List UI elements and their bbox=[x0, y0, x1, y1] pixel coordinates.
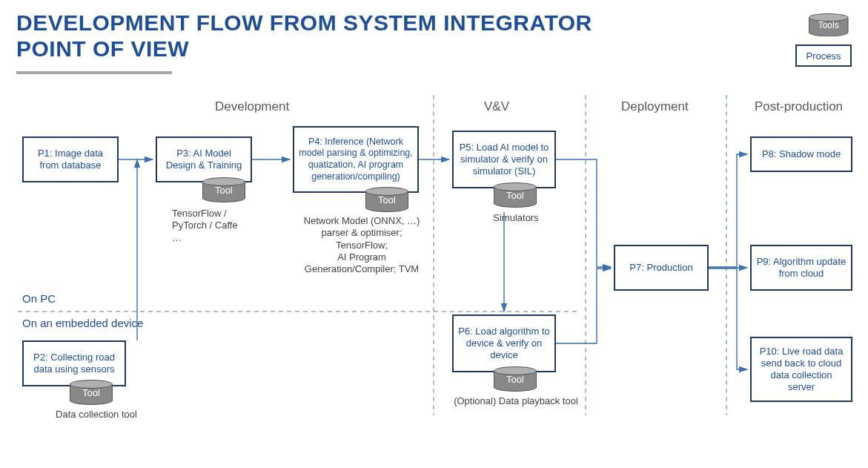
phase-development: Development bbox=[215, 99, 289, 114]
caption-p5: Simulators bbox=[479, 212, 553, 224]
cylinder-icon-p3: Tool bbox=[202, 177, 245, 202]
caption-p4: Network Model (ONNX, …) parser & optimis… bbox=[299, 215, 424, 275]
process-p1: P1: Image data from database bbox=[22, 136, 119, 182]
cylinder-icon-p4: Tool bbox=[365, 187, 408, 212]
cylinder-icon-p6: Tool bbox=[494, 366, 537, 392]
title-line2: POINT OF VIEW bbox=[16, 36, 189, 61]
diagram-overlay bbox=[0, 0, 868, 468]
process-p3: P3: AI Model Design & Training bbox=[156, 136, 252, 182]
process-p7: P7: Production bbox=[614, 245, 709, 291]
title-line1: DEVELOPMENT FLOW FROM SYSTEM INTEGRATOR bbox=[16, 10, 592, 35]
section-pc: On PC bbox=[22, 292, 56, 305]
legend-tool: Tools bbox=[809, 13, 852, 39]
process-p4: P4: Inference (Network model parsing & o… bbox=[293, 126, 419, 193]
legend-tool-label: Tools bbox=[809, 20, 848, 30]
phase-deployment: Deployment bbox=[621, 99, 689, 114]
cylinder-icon-p5: Tool bbox=[494, 182, 537, 208]
process-p8: P8: Shadow mode bbox=[750, 136, 852, 172]
process-p9: P9: Algorithm update from cloud bbox=[750, 245, 852, 291]
title-underline bbox=[16, 71, 172, 74]
page-title: DEVELOPMENT FLOW FROM SYSTEM INTEGRATOR … bbox=[16, 10, 592, 62]
phase-vv: V&V bbox=[484, 99, 509, 114]
caption-p2: Data collection tool bbox=[44, 409, 148, 421]
process-p6: P6: Load algorithm to device & verify on… bbox=[452, 314, 556, 372]
phase-postprod: Post-production bbox=[755, 99, 843, 114]
process-p10: P10: Live road data send back to cloud d… bbox=[750, 337, 852, 402]
legend-process: Process bbox=[795, 45, 852, 67]
section-embedded: On an embedded device bbox=[22, 317, 143, 329]
legend-process-label: Process bbox=[806, 50, 841, 62]
process-p5: P5: Load AI model to simulator & verify … bbox=[452, 131, 556, 188]
caption-p6: (Optional) Data playback tool bbox=[442, 395, 590, 407]
caption-p3: TensorFlow / PyTorch / Caffe … bbox=[172, 208, 245, 244]
cylinder-icon-p2: Tool bbox=[70, 380, 113, 405]
